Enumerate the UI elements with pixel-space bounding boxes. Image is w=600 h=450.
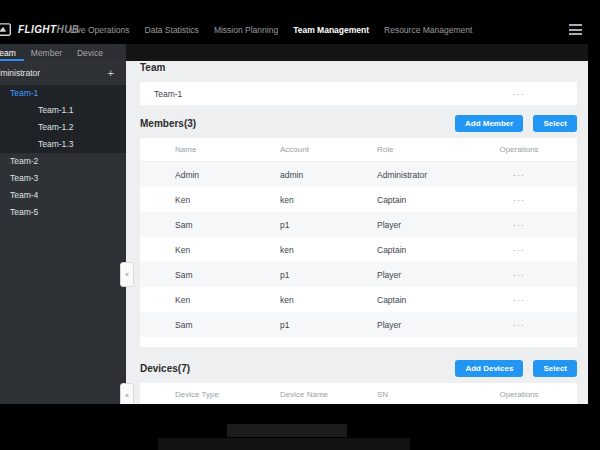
members-header-name: Name [175, 145, 280, 154]
members-table-body: AdminadminAdministrator···KenkenCaptain·… [140, 162, 577, 337]
member-row: Samp1Player··· [140, 212, 577, 237]
member-cell: Captain [377, 295, 483, 305]
member-cell: p1 [280, 270, 377, 280]
members-select-button[interactable]: Select [533, 115, 577, 132]
flighthub-logo-icon [0, 21, 11, 38]
add-devices-button[interactable]: Add Devices [455, 360, 523, 377]
tab-device[interactable]: Device [77, 48, 103, 58]
tree-item-team-1.3[interactable]: Team-1.3 [0, 136, 126, 153]
nav-items: Live OperationsData StatisticsMission Pl… [70, 15, 472, 44]
team-tree: Team-1Team-1.1Team-1.2Team-1.3Team-2Team… [0, 85, 126, 221]
members-header-role: Role [377, 145, 483, 154]
member-operations-icon[interactable]: ··· [483, 220, 555, 230]
member-row: KenkenCaptain··· [140, 237, 577, 262]
member-cell: Sam [175, 270, 280, 280]
hamburger-menu-icon[interactable] [569, 24, 582, 35]
nav-item-data-statistics[interactable]: Data Statistics [145, 25, 199, 35]
member-row: Samp1Player··· [140, 262, 577, 287]
member-cell: p1 [280, 320, 377, 330]
main-content: Team Team-1 ··· Members(3) Add Member Se… [126, 61, 588, 404]
devices-header-operations: Operations [483, 390, 555, 399]
member-operations-icon[interactable]: ··· [483, 295, 555, 305]
devices-section-header: Devices(7) Add Devices Select [140, 360, 577, 377]
member-row: KenkenCaptain··· [140, 187, 577, 212]
devices-header-name: Device Name [280, 390, 377, 399]
tab-team[interactable]: Team [0, 48, 16, 58]
member-cell: admin [280, 170, 377, 180]
member-operations-icon[interactable]: ··· [483, 270, 555, 280]
member-cell: ken [280, 245, 377, 255]
tree-group: Team-3 [0, 170, 126, 187]
brand: FLIGHTHUB [0, 15, 79, 44]
tree-group: Team-2 [0, 153, 126, 170]
members-header-account: Account [280, 145, 377, 154]
device-screen: FLIGHTHUB Live OperationsData Statistics… [0, 0, 600, 450]
member-operations-icon[interactable]: ··· [483, 195, 555, 205]
tree-item-team-3[interactable]: Team-3 [0, 170, 126, 187]
collapse-sidebar-handle-top[interactable]: « [120, 262, 134, 287]
sidebar-group-header: Administrator + [0, 61, 126, 85]
tab-strip: TeamMemberDevice [0, 44, 588, 61]
member-cell: Ken [175, 195, 280, 205]
member-cell: Captain [377, 245, 483, 255]
tree-group: Team-1Team-1.1Team-1.2Team-1.3 [0, 85, 126, 153]
nav-item-live-operations[interactable]: Live Operations [70, 25, 130, 35]
member-cell: ken [280, 295, 377, 305]
tree-item-team-2[interactable]: Team-2 [0, 153, 126, 170]
devices-select-button[interactable]: Select [533, 360, 577, 377]
devices-header-sn: SN [377, 390, 483, 399]
member-cell: Player [377, 320, 483, 330]
member-cell: Player [377, 220, 483, 230]
member-cell: Admin [175, 170, 280, 180]
flighthub-app-window: FLIGHTHUB Live OperationsData Statistics… [0, 15, 588, 404]
member-operations-icon[interactable]: ··· [483, 245, 555, 255]
member-cell: Sam [175, 320, 280, 330]
member-row: AdminadminAdministrator··· [140, 162, 577, 187]
devices-section-title: Devices(7) [140, 362, 190, 376]
member-cell: Administrator [377, 170, 483, 180]
devices-table: Device Type Device Name SN Operations [140, 383, 577, 404]
tree-item-team-4[interactable]: Team-4 [0, 187, 126, 204]
nav-item-resource-management[interactable]: Resource Management [384, 25, 472, 35]
member-cell: Sam [175, 220, 280, 230]
team-row-card: Team-1 ··· [140, 82, 577, 105]
member-row: KenkenCaptain··· [140, 287, 577, 312]
members-section-title: Members(3) [140, 117, 196, 131]
member-cell: ken [280, 195, 377, 205]
add-team-icon[interactable]: + [108, 68, 114, 79]
add-member-button[interactable]: Add Member [455, 115, 523, 132]
tree-group: Team-4 [0, 187, 126, 204]
member-operations-icon[interactable]: ··· [483, 170, 555, 180]
member-cell: Player [377, 270, 483, 280]
nav-item-mission-planning[interactable]: Mission Planning [214, 25, 278, 35]
screen-bezel-block [227, 424, 347, 437]
tree-item-team-1[interactable]: Team-1 [0, 85, 126, 102]
member-operations-icon[interactable]: ··· [483, 320, 555, 330]
devices-header-type: Device Type [175, 390, 280, 399]
nav-item-team-management[interactable]: Team Management [293, 25, 369, 35]
member-cell: Ken [175, 295, 280, 305]
tree-item-team-5[interactable]: Team-5 [0, 204, 126, 221]
member-row: Samp1Player··· [140, 312, 577, 337]
top-navbar: FLIGHTHUB Live OperationsData Statistics… [0, 15, 588, 44]
sidebar-group-title: Administrator [0, 68, 40, 78]
members-section-header: Members(3) Add Member Select [140, 115, 577, 132]
team-row-name: Team-1 [140, 89, 182, 99]
member-cell: p1 [280, 220, 377, 230]
tree-group: Team-5 [0, 204, 126, 221]
screen-bezel-glow [158, 438, 410, 450]
devices-table-header: Device Type Device Name SN Operations [140, 383, 577, 404]
tab-member[interactable]: Member [31, 48, 62, 58]
members-header-operations: Operations [483, 145, 555, 154]
collapse-sidebar-handle-bottom[interactable]: « [120, 383, 134, 404]
tree-item-team-1.2[interactable]: Team-1.2 [0, 119, 126, 136]
tree-item-team-1.1[interactable]: Team-1.1 [0, 102, 126, 119]
member-cell: Ken [175, 245, 280, 255]
members-table-header: Name Account Role Operations [140, 138, 577, 162]
brand-text-bold: FLIGHT [18, 24, 57, 35]
member-cell: Captain [377, 195, 483, 205]
team-sidebar: Administrator + Team-1Team-1.1Team-1.2Te… [0, 61, 126, 404]
team-row-operations-icon[interactable]: ··· [483, 89, 555, 99]
members-table: Name Account Role Operations AdminadminA… [140, 138, 577, 347]
team-section-title: Team [140, 61, 577, 75]
